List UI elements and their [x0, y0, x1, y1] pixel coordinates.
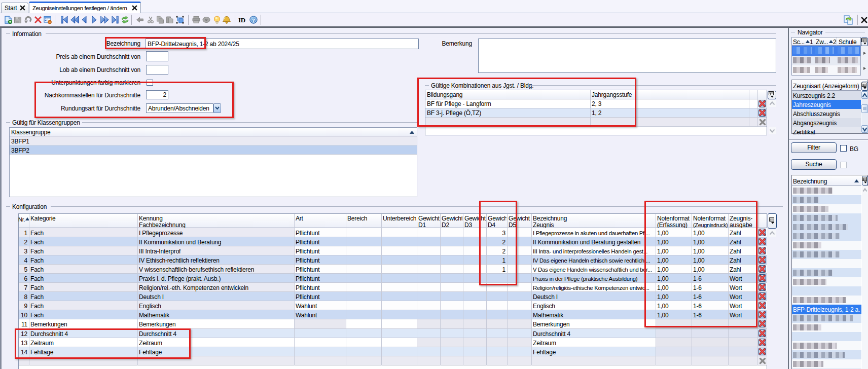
svg-text:?: ?	[252, 17, 255, 23]
